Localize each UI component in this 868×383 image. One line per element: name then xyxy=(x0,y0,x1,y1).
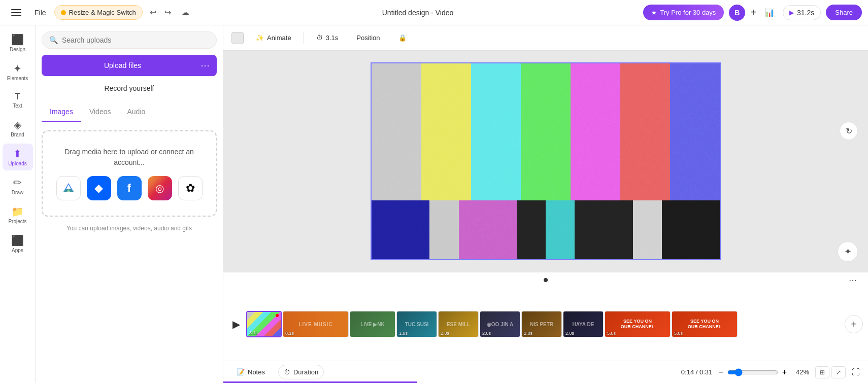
clip-1-duration: 3.1s xyxy=(249,330,258,335)
sidebar-item-projects[interactable]: 📁 Projects xyxy=(3,201,33,228)
timeline-clip-6[interactable]: ◉OO JIN A 2.0s xyxy=(480,311,520,337)
sidebar-icons: ⬛ Design ✦ Elements T Text ◈ Brand ⬆ Upl… xyxy=(0,25,36,383)
timeline-clip-3[interactable]: LIVE ▶NK xyxy=(350,311,395,337)
toolbar-separator xyxy=(304,32,304,44)
timeline-clip-10[interactable]: SEE YOU ONOUR CHANNEL 5.0s xyxy=(672,311,738,337)
redo-button[interactable]: ↪ xyxy=(161,5,174,20)
panel-header: 🔍 xyxy=(36,25,223,55)
play-time-button[interactable]: ▶ 31.2s xyxy=(783,5,821,20)
timeline-clip-9[interactable]: SEE YOU ONOUR CHANNEL 5.0s xyxy=(605,311,671,337)
bottom-bar: 📝 Notes ⏱ Duration 0:14 / 0:31 − + 42% ⊞… xyxy=(223,361,868,383)
add-clip-button[interactable]: + xyxy=(845,315,863,333)
timeline-clip-4[interactable]: TUC SUSI 1.8s xyxy=(396,311,437,337)
bar-navy xyxy=(372,200,429,259)
sidebar-item-uploads[interactable]: ⬆ Uploads xyxy=(3,144,33,170)
undo-button[interactable]: ↩ xyxy=(147,5,159,20)
zoom-slider-wrap: − + 42% xyxy=(718,368,809,377)
connect-icons: ◆ f ◎ ✿ xyxy=(53,176,206,200)
sidebar-item-design[interactable]: ⬛ Design xyxy=(3,29,33,56)
topbar-title: Untitled design - Video xyxy=(196,9,640,17)
share-button[interactable]: Share xyxy=(826,5,862,20)
color-bars-bottom xyxy=(372,200,720,259)
drop-zone[interactable]: Drag media here to upload or connect an … xyxy=(42,130,217,217)
tabs-row: Images Videos Audio xyxy=(36,102,223,122)
google-photos-icon: ✿ xyxy=(186,182,195,195)
record-yourself-button[interactable]: Record yourself xyxy=(42,80,217,96)
clip-1-record-dot xyxy=(276,314,279,317)
brand-label: Brand xyxy=(11,132,24,137)
ai-assistant-button[interactable]: ✦ xyxy=(838,241,858,262)
instagram-button[interactable]: ◎ xyxy=(148,176,172,200)
tab-videos[interactable]: Videos xyxy=(81,102,119,122)
sidebar-item-apps[interactable]: ⬛ Apps xyxy=(3,230,33,257)
draw-icon: ✏ xyxy=(13,177,22,189)
tv-canvas[interactable] xyxy=(371,62,721,260)
upload-more-icon: ⋯ xyxy=(198,60,212,71)
uploads-label: Uploads xyxy=(8,161,27,166)
uploads-icon: ⬆ xyxy=(13,148,22,160)
hamburger-menu-button[interactable] xyxy=(6,3,26,23)
avatar-button[interactable]: B xyxy=(729,5,745,21)
try-pro-label: Try Pro for 30 days xyxy=(660,9,716,16)
refresh-button[interactable]: ↻ xyxy=(840,122,858,140)
clip-10-duration: 5.0s xyxy=(674,331,683,336)
sidebar-item-text[interactable]: T Text xyxy=(3,87,33,113)
drop-text: Drag media here to upload or connect an … xyxy=(53,147,206,168)
sidebar-item-elements[interactable]: ✦ Elements xyxy=(3,58,33,85)
color-bars-top xyxy=(372,63,720,200)
position-label: Position xyxy=(356,34,380,42)
facebook-icon: f xyxy=(127,182,131,195)
tab-audio[interactable]: Audio xyxy=(119,102,153,122)
file-button[interactable]: File xyxy=(30,7,50,19)
canvas-toolbar: ✨ Animate ⏱ 3.1s Position 🔒 xyxy=(223,25,868,51)
bar-yellow xyxy=(421,63,471,200)
gdrive-button[interactable] xyxy=(56,176,81,200)
timeline-clip-2[interactable]: LIVE MUSIC 8.1s xyxy=(283,311,349,337)
lock-button[interactable]: 🔒 xyxy=(392,31,413,45)
bar-black2 xyxy=(575,200,632,259)
apps-icon: ⬛ xyxy=(11,234,24,247)
animate-label: Animate xyxy=(267,34,291,42)
notes-label: Notes xyxy=(248,368,265,376)
text-icon: T xyxy=(15,91,20,102)
notes-button[interactable]: 📝 Notes xyxy=(231,365,270,379)
search-box: 🔍 xyxy=(42,31,217,49)
time-icon: ⏱ xyxy=(316,34,323,42)
fullscreen-button[interactable]: ⛶ xyxy=(852,368,860,377)
play-icon: ▶ xyxy=(789,9,794,16)
sidebar-item-brand[interactable]: ◈ Brand xyxy=(3,115,33,142)
timeline-clip-7[interactable]: NIS PETR 2.0s xyxy=(521,311,562,337)
stats-button[interactable]: 📊 xyxy=(761,5,778,20)
magic-switch-button[interactable]: Resize & Magic Switch xyxy=(54,5,143,20)
color-swatch[interactable] xyxy=(231,32,244,44)
notes-icon: 📝 xyxy=(237,368,245,376)
brand-icon: ◈ xyxy=(14,119,21,131)
dropbox-button[interactable]: ◆ xyxy=(87,176,111,200)
grid-view-button[interactable]: ⊞ xyxy=(815,366,829,378)
search-input[interactable] xyxy=(62,36,209,44)
add-button[interactable]: + xyxy=(750,7,756,18)
position-button[interactable]: Position xyxy=(350,31,386,45)
draw-label: Draw xyxy=(12,190,23,195)
timeline-clip-5[interactable]: ESE MILL 2.0s xyxy=(438,311,479,337)
timeline-marker xyxy=(544,278,548,282)
cloud-save-button[interactable]: ☁ xyxy=(178,5,192,20)
timeline-clip-8[interactable]: HAYA DE 2.0s xyxy=(563,311,604,337)
tab-images[interactable]: Images xyxy=(42,102,81,122)
instagram-icon: ◎ xyxy=(155,182,164,194)
play-pause-button[interactable]: ▶ xyxy=(228,314,244,334)
zoom-slider[interactable] xyxy=(727,368,778,376)
upload-files-button[interactable]: Upload files ⋯ xyxy=(42,55,217,76)
timeline-clip-1[interactable]: 3.1s xyxy=(246,311,282,337)
try-pro-button[interactable]: ★ Try Pro for 30 days xyxy=(643,5,724,20)
timeline-pages-button[interactable]: ⋯ xyxy=(846,272,860,288)
time-button[interactable]: ⏱ 3.1s xyxy=(310,31,345,45)
animate-button[interactable]: ✨ Animate xyxy=(250,31,297,45)
zoom-out-icon: − xyxy=(718,368,723,377)
duration-button[interactable]: ⏱ Duration xyxy=(278,365,324,379)
facebook-button[interactable]: f xyxy=(117,176,142,200)
sidebar-item-draw[interactable]: ✏ Draw xyxy=(3,172,33,199)
google-photos-button[interactable]: ✿ xyxy=(178,176,203,200)
topbar-right: ★ Try Pro for 30 days B + 📊 ▶ 31.2s Shar… xyxy=(643,5,862,21)
fit-view-button[interactable]: ⤢ xyxy=(831,366,846,378)
